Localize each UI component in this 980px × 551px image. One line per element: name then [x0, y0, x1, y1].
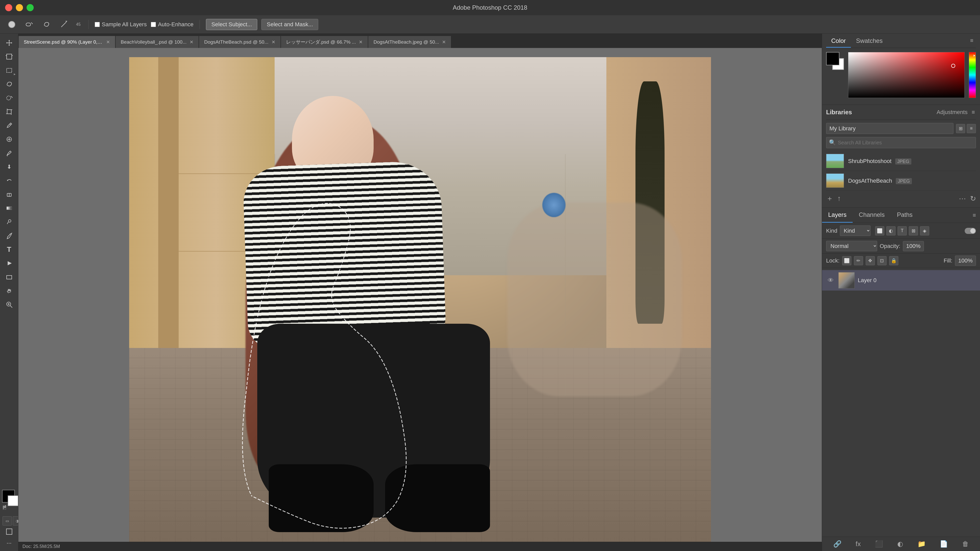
- edit-toolbar-btn[interactable]: ···: [2, 536, 17, 549]
- color-panel-menu[interactable]: ≡: [967, 35, 976, 48]
- fill-label: Fill:: [944, 257, 953, 264]
- sample-all-layers-checkbox[interactable]: [95, 22, 100, 27]
- filter-pixel-btn[interactable]: ⬜: [875, 226, 884, 235]
- move-tool-btn[interactable]: [2, 36, 17, 49]
- select-and-mask-button[interactable]: Select and Mask...: [261, 19, 318, 30]
- fill-value[interactable]: 100%: [955, 256, 976, 266]
- brush-tool-btn[interactable]: [2, 146, 17, 160]
- layer-effects-btn[interactable]: fx: [856, 540, 861, 548]
- lasso-tool-panel-btn[interactable]: [2, 78, 17, 91]
- tab-lesser-panda[interactable]: レッサーパンダ.psd @ 66.7% ... ✕: [281, 36, 368, 48]
- library-sync-btn[interactable]: ↻: [970, 194, 976, 203]
- tool-size-indicator: 45: [76, 22, 81, 27]
- pen-tool-btn[interactable]: [2, 229, 17, 242]
- library-item-dogs[interactable]: DogsAtTheBeach JPEG: [826, 171, 976, 191]
- minimize-button[interactable]: [16, 4, 23, 11]
- layers-tab-paths[interactable]: Paths: [891, 208, 918, 223]
- layer-mask-btn[interactable]: ⬛: [875, 540, 883, 548]
- layer-0-visibility[interactable]: 👁: [826, 277, 835, 284]
- tab-beachvolleyball[interactable]: BeachVolleyball_.psd @ 100... ✕: [115, 36, 199, 48]
- filter-toggle[interactable]: [965, 228, 976, 234]
- color-tab[interactable]: Color: [826, 35, 851, 48]
- lock-transparency-btn[interactable]: ⬜: [842, 256, 851, 265]
- layer-item-0[interactable]: 👁 Layer 0: [822, 270, 980, 291]
- layer-delete-btn[interactable]: 🗑: [962, 540, 969, 548]
- magic-wand-btn[interactable]: [57, 19, 70, 30]
- tab-dogsbeach[interactable]: DogsAtTheBeach.psd @ 50... ✕: [199, 36, 281, 48]
- list-view-btn[interactable]: ≡: [967, 124, 976, 133]
- filter-adjustment-btn[interactable]: ◐: [886, 226, 896, 235]
- swatches-tab[interactable]: Swatches: [851, 35, 888, 48]
- tab-dogsbeach-close[interactable]: ✕: [272, 39, 275, 45]
- clone-stamp-btn[interactable]: [2, 160, 17, 173]
- library-search-input[interactable]: [838, 140, 973, 146]
- canvas-image[interactable]: [129, 57, 711, 542]
- maximize-button[interactable]: [27, 4, 34, 11]
- tab-dogs-jpeg-close[interactable]: ✕: [442, 39, 446, 45]
- sample-all-layers-label[interactable]: Sample All Layers: [95, 21, 147, 28]
- library-dropdown[interactable]: My Library CC Libraries: [826, 123, 953, 134]
- quick-selection-tool-btn[interactable]: [22, 19, 36, 30]
- background-color[interactable]: [8, 495, 18, 506]
- select-subject-button[interactable]: Select Subject...: [206, 19, 257, 30]
- blend-mode-select[interactable]: Normal Dissolve Multiply Screen Overlay: [826, 241, 877, 251]
- filter-smart-btn[interactable]: ◈: [920, 226, 929, 235]
- opacity-value[interactable]: 100%: [903, 241, 924, 251]
- lock-position-btn[interactable]: ✥: [865, 256, 875, 265]
- filter-select[interactable]: Kind Name Effect Mode: [840, 225, 870, 236]
- tab-beachvolleyball-close[interactable]: ✕: [189, 39, 193, 45]
- libraries-menu-btn[interactable]: ≡: [970, 108, 976, 117]
- history-brush-btn[interactable]: [2, 174, 17, 187]
- rectangular-marquee-btn[interactable]: ▸: [2, 64, 17, 77]
- auto-enhance-checkbox[interactable]: [151, 22, 156, 27]
- layer-link-btn[interactable]: 🔗: [833, 540, 842, 548]
- dodge-tool-btn[interactable]: [2, 215, 17, 229]
- layer-folder-btn[interactable]: 📁: [918, 540, 926, 548]
- auto-enhance-label[interactable]: Auto-Enhance: [151, 21, 193, 28]
- tab-streetscene-close[interactable]: ✕: [106, 39, 110, 45]
- type-tool-btn[interactable]: T: [2, 243, 17, 256]
- layer-new-btn[interactable]: 📄: [940, 540, 948, 548]
- foreground-color-box[interactable]: [826, 52, 839, 65]
- layers-tab-channels[interactable]: Channels: [853, 208, 891, 223]
- eyedropper-tool-btn[interactable]: [2, 119, 17, 132]
- artboard-tool-btn[interactable]: [2, 50, 17, 63]
- canvas-area[interactable]: [18, 48, 822, 551]
- tool-preset-1[interactable]: [5, 19, 18, 30]
- library-more-btn[interactable]: ⋯: [959, 194, 966, 203]
- adjustments-label[interactable]: Adjustments: [937, 109, 967, 116]
- library-item-shrub[interactable]: ShrubPhotoshoot JPEG: [826, 151, 976, 171]
- library-add-btn[interactable]: ＋: [826, 194, 833, 203]
- eraser-tool-btn[interactable]: [2, 188, 17, 201]
- grid-view-btn[interactable]: ⊞: [956, 124, 965, 133]
- default-colors-btn[interactable]: ◩: [3, 505, 6, 510]
- healing-brush-btn[interactable]: [2, 133, 17, 146]
- layers-tab-layers[interactable]: Layers: [822, 208, 853, 223]
- crop-tool-btn[interactable]: [2, 105, 17, 118]
- path-selection-btn[interactable]: [2, 257, 17, 270]
- tab-dogs-jpeg[interactable]: DogsAtTheBeach.jpeg @ 50... ✕: [368, 36, 451, 48]
- hand-tool-btn[interactable]: [2, 284, 17, 297]
- color-spectrum[interactable]: [969, 52, 976, 98]
- close-button[interactable]: [5, 4, 12, 11]
- layers-panel-menu[interactable]: ≡: [969, 208, 980, 223]
- zoom-tool-btn[interactable]: [2, 298, 17, 311]
- color-gradient-box[interactable]: [848, 52, 965, 98]
- lock-pixels-btn[interactable]: ✏: [854, 256, 863, 265]
- lock-artboard-btn[interactable]: ⊡: [877, 256, 886, 265]
- boot-left: [269, 464, 373, 532]
- lasso-tool-btn[interactable]: [40, 19, 53, 30]
- lock-all-btn[interactable]: 🔒: [889, 256, 898, 265]
- quick-selection-panel-btn[interactable]: [2, 91, 17, 105]
- tab-lesser-panda-close[interactable]: ✕: [359, 39, 363, 45]
- color-swatch-area: ⇄ ◩: [2, 490, 18, 510]
- library-upload-btn[interactable]: ↑: [837, 194, 841, 203]
- tab-streetscene[interactable]: StreetScene.psd @ 90% (Layer 0, RGB/8) *…: [18, 36, 115, 48]
- filter-shape-btn[interactable]: ⊠: [909, 226, 918, 235]
- standard-mode-btn[interactable]: ▭: [3, 516, 12, 526]
- quick-mask-btn[interactable]: ◑: [13, 516, 18, 526]
- gradient-tool-btn[interactable]: [2, 202, 17, 215]
- filter-type-btn[interactable]: T: [897, 226, 907, 235]
- rectangle-tool-btn[interactable]: [2, 270, 17, 284]
- layer-adjustment-btn[interactable]: ◐: [897, 540, 903, 548]
